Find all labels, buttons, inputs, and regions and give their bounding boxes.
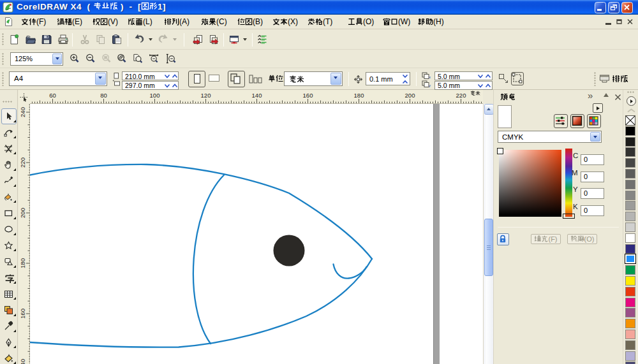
svg-text:240: 240 <box>19 107 26 117</box>
svg-text:80: 80 <box>100 92 107 99</box>
svg-text:180: 180 <box>19 258 26 268</box>
svg-text:120: 120 <box>201 92 211 99</box>
svg-text:160: 160 <box>19 309 26 319</box>
svg-text:y: y <box>429 84 431 87</box>
svg-text:220: 220 <box>19 157 26 168</box>
svg-text:x: x <box>429 75 431 79</box>
svg-text:60: 60 <box>49 92 56 99</box>
svg-text:140: 140 <box>19 359 26 364</box>
svg-text:100: 100 <box>150 92 160 99</box>
svg-text:140: 140 <box>252 92 262 99</box>
svg-text:220: 220 <box>456 92 466 99</box>
svg-text:200: 200 <box>405 92 415 99</box>
svg-text:200: 200 <box>19 208 26 218</box>
svg-text:160: 160 <box>303 92 313 99</box>
svg-text:180: 180 <box>354 92 364 99</box>
